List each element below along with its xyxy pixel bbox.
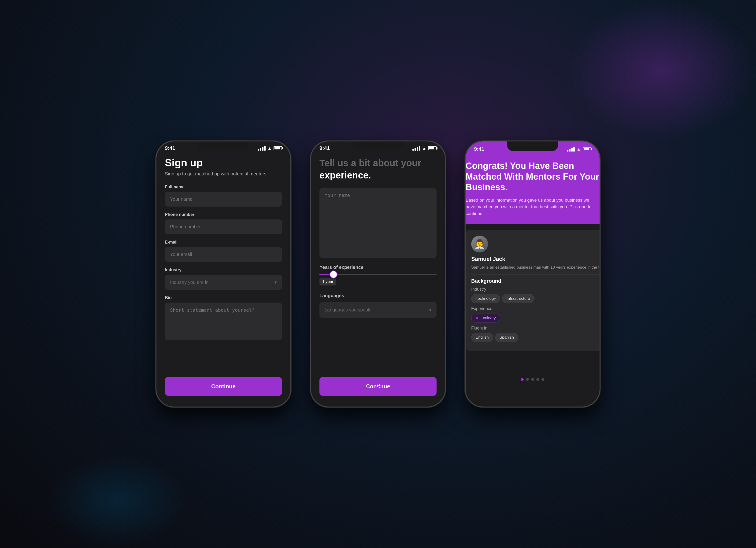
time-1: 9:41 [165, 145, 175, 151]
mute-button-2 [310, 188, 311, 202]
dot-3 [531, 378, 534, 381]
phone-3: 9:41 ▲ Congrats! You Have Been Matched W… [465, 141, 600, 407]
industry-group: Industry Industry you are in ▾ [165, 267, 282, 290]
fluent-tags-1: English Spanish [471, 333, 600, 342]
tag-spanish: Spanish [495, 333, 518, 342]
tag-english: English [471, 333, 493, 342]
phone-2: 9:41 ▲ Tell us a bit about your experien… [310, 141, 446, 407]
dot-1 [521, 378, 524, 381]
time-2: 9:41 [319, 145, 330, 151]
mentor-avatar-image-1 [471, 236, 488, 252]
phone-input[interactable] [165, 219, 282, 234]
experience-title: Tell us a bit about your experience. [319, 157, 437, 181]
phone-notch-1 [198, 141, 249, 151]
time-3: 9:41 [474, 146, 484, 152]
continue-button-2[interactable]: Continue [319, 377, 437, 396]
wifi-icon: ▲ [267, 146, 272, 151]
years-label: Years of experience [319, 265, 437, 270]
mentor-desc-1: Samuel is an established business man wi… [471, 265, 600, 270]
mentor-avatar-1 [471, 236, 488, 252]
fluent-sub-label-1: Fluent in [471, 326, 600, 331]
languages-group: Languages Languages you speak ▾ [319, 293, 437, 326]
email-input[interactable] [165, 247, 282, 262]
status-icons-2: ▲ [412, 146, 437, 151]
tag-infrastructure: Infrastructure [502, 294, 534, 303]
congrats-header: Congrats! You Have Been Matched With Men… [466, 154, 600, 224]
mentors-scroll: Samuel Jack Samuel is an established bus… [466, 230, 600, 351]
phone2-content: Tell us a bit about your experience. Yea… [311, 153, 445, 404]
mentor-card-1[interactable]: Samuel Jack Samuel is an established bus… [466, 230, 600, 351]
power-button-2 [445, 207, 446, 235]
bio-input[interactable] [165, 303, 282, 340]
bio-label: Bio [165, 295, 282, 300]
languages-select[interactable]: Languages you speak ▾ [319, 302, 437, 318]
experience-title-muted: Tell us a bit about your [319, 158, 421, 168]
fullname-group: Full name [165, 185, 282, 207]
slider-thumb[interactable] [330, 270, 337, 278]
phone-label: Phone number [165, 212, 282, 217]
wifi-icon-3: ▲ [577, 147, 581, 152]
battery-icon-2 [428, 146, 437, 150]
slider-track[interactable] [319, 274, 437, 275]
battery-fill-3 [584, 148, 589, 150]
status-icons-1: ▲ [258, 146, 282, 151]
tag-technology: Technology [471, 294, 500, 303]
name-textarea[interactable] [319, 188, 437, 258]
signal-icon-2 [412, 146, 420, 151]
slider-value: 1 year [319, 278, 336, 285]
volume-down-button-2 [310, 233, 311, 252]
mute-button-3 [465, 188, 465, 202]
industry-label: Industry [165, 267, 282, 272]
congrats-title: Congrats! You Have Been Matched With Men… [466, 161, 600, 193]
phone-1: 9:41 ▲ Sign up Sign up to get matched up… [156, 141, 291, 407]
battery-fill-2 [429, 147, 434, 149]
tag-dot [476, 317, 478, 319]
signup-title: Sign up [165, 157, 282, 169]
phone-notch-3 [507, 141, 558, 151]
chevron-down-icon-2: ▾ [429, 307, 431, 313]
experience-tags-1: Luminary [471, 314, 600, 322]
industry-placeholder: Industry you are in [170, 280, 209, 285]
phone-group: Phone number [165, 212, 282, 234]
dot-4 [536, 378, 539, 381]
power-button [291, 207, 291, 235]
battery-icon-3 [583, 147, 591, 151]
signal-icon-3 [567, 147, 575, 152]
fullname-input[interactable] [165, 192, 282, 207]
divider-1 [471, 274, 600, 275]
mute-button [156, 188, 156, 202]
phone3-content: 9:41 ▲ Congrats! You Have Been Matched W… [466, 141, 600, 392]
volume-down-button [156, 233, 156, 252]
volume-up-button-2 [310, 209, 311, 228]
languages-placeholder: Languages you speak [325, 307, 371, 313]
power-button-3 [600, 207, 600, 235]
years-group: Years of experience 1 year [319, 265, 437, 287]
email-label: E-mail [165, 240, 282, 245]
experience-sub-label-1: Experience [471, 306, 600, 311]
volume-up-button-3 [465, 209, 465, 228]
battery-fill [274, 147, 280, 149]
industry-select[interactable]: Industry you are in ▾ [165, 275, 282, 290]
fullname-label: Full name [165, 185, 282, 189]
status-icons-3: ▲ [567, 147, 591, 152]
signup-subtitle: Sign up to get matched up with potential… [165, 170, 282, 177]
congrats-desc: Based on your information you gave us ab… [466, 197, 600, 217]
bio-group: Bio [165, 295, 282, 341]
experience-title-bold: experience. [319, 170, 371, 180]
chevron-down-icon: ▾ [274, 279, 277, 285]
signal-icon [258, 146, 266, 151]
slash-decoration-1 [166, 389, 185, 395]
slash-decoration-2 [362, 387, 394, 388]
wifi-icon-2: ▲ [422, 146, 426, 151]
languages-label: Languages [319, 293, 437, 298]
industry-sub-label-1: Industry [471, 287, 600, 292]
volume-down-button-3 [465, 233, 465, 252]
background-title-1: Background [471, 278, 600, 284]
mentor-name-1: Samuel Jack [471, 256, 600, 262]
phone1-content: Sign up Sign up to get matched up with p… [156, 153, 290, 404]
volume-up-button [156, 209, 156, 228]
email-group: E-mail [165, 240, 282, 262]
tag-luminary: Luminary [471, 314, 500, 322]
page-dots [521, 378, 544, 381]
dot-5 [541, 378, 544, 381]
